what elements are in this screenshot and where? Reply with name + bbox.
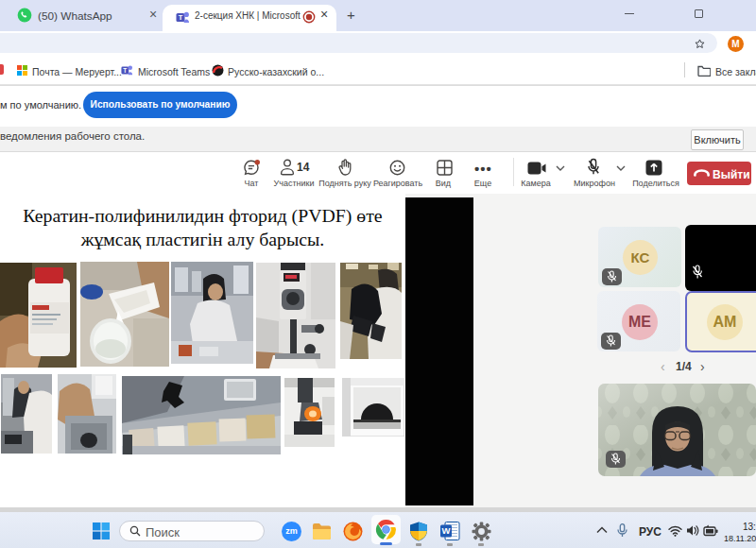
svg-text:T: T	[179, 13, 183, 22]
svg-text:T: T	[123, 67, 127, 74]
svg-text:W: W	[442, 525, 451, 536]
